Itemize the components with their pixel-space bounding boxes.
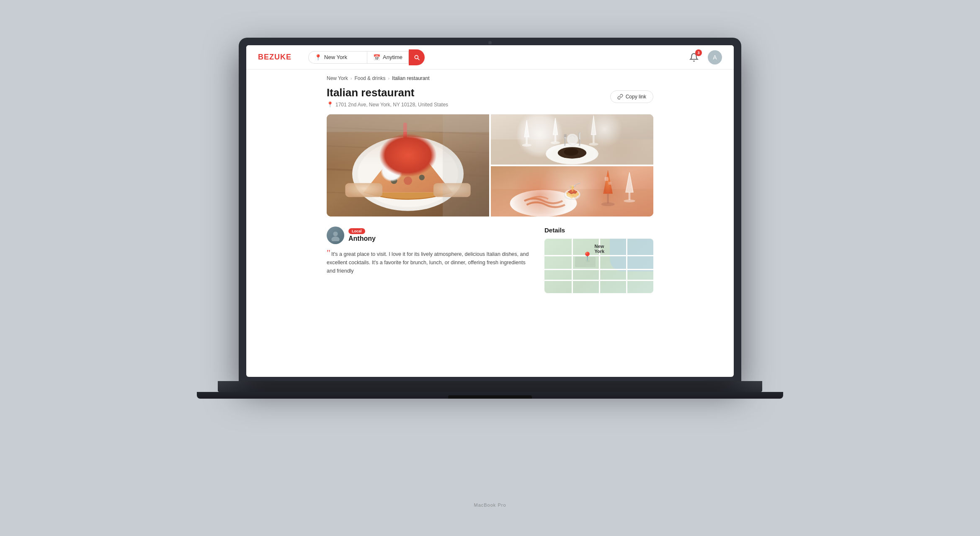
svg-rect-17 — [402, 144, 408, 145]
svg-rect-15 — [433, 183, 471, 197]
page-title: Italian restaurant — [327, 86, 653, 99]
breadcrumb: New York › Food & drinks › Italian resta… — [327, 75, 653, 81]
photo-gallery — [327, 114, 653, 216]
laptop-bottom — [197, 392, 783, 399]
photo-top-right[interactable] — [491, 114, 653, 165]
search-date-field[interactable]: 📅 Anytime — [367, 51, 409, 64]
notifications-button[interactable]: 3 — [687, 50, 701, 64]
svg-rect-16 — [403, 123, 407, 146]
svg-point-33 — [558, 147, 586, 158]
svg-point-27 — [551, 142, 560, 144]
svg-rect-18 — [327, 114, 489, 132]
svg-marker-13 — [364, 137, 452, 192]
nav-icons: 3 A — [687, 50, 722, 64]
map-pin: 📍 — [582, 251, 593, 261]
svg-point-8 — [393, 164, 405, 175]
brand-logo[interactable]: BEZUKE — [258, 53, 291, 62]
svg-marker-22 — [524, 120, 529, 137]
svg-point-9 — [413, 160, 422, 169]
pasta-photo-svg — [491, 166, 653, 216]
svg-point-11 — [391, 178, 397, 184]
svg-point-31 — [546, 143, 598, 164]
quote-mark: " — [327, 247, 330, 258]
svg-point-24 — [522, 144, 531, 147]
reviewer-name-block: Local Anthony — [348, 228, 376, 242]
svg-line-4 — [327, 192, 489, 197]
svg-line-1 — [327, 127, 489, 134]
main-content: New York › Food & drinks › Italian resta… — [246, 70, 734, 377]
svg-rect-19 — [443, 114, 489, 216]
svg-marker-28 — [591, 116, 596, 135]
svg-point-41 — [601, 202, 615, 206]
location-value: New York — [324, 54, 347, 60]
map-road-4 — [572, 239, 573, 293]
app: BEZUKE 📍 New York 📅 Anytime — [246, 45, 734, 377]
svg-rect-40 — [607, 194, 609, 204]
laptop-screen-frame: BEZUKE 📍 New York 📅 Anytime — [239, 38, 741, 381]
svg-line-2 — [327, 146, 489, 153]
photo-main[interactable] — [327, 114, 489, 216]
copy-link-button[interactable]: Copy link — [610, 90, 653, 103]
photo-bottom-right[interactable] — [491, 166, 653, 216]
svg-rect-0 — [327, 114, 489, 216]
svg-rect-29 — [593, 135, 595, 144]
svg-point-12 — [419, 175, 425, 180]
local-badge: Local — [348, 228, 365, 234]
svg-rect-36 — [491, 189, 653, 216]
photo-dining — [491, 114, 653, 165]
svg-point-34 — [564, 148, 578, 156]
reviewer-name: Anthony — [348, 235, 376, 242]
svg-rect-45 — [629, 192, 631, 200]
page-header: Italian restaurant 📍 1701 2nd Ave, New Y… — [327, 86, 653, 108]
breadcrumb-link-city[interactable]: New York — [327, 75, 348, 81]
user-avatar[interactable]: A — [708, 50, 722, 64]
photo-hand-pizza — [327, 114, 489, 216]
avatar-initial: A — [713, 54, 717, 61]
content-inner: New York › Food & drinks › Italian resta… — [318, 70, 662, 306]
reviewer-info: Local Anthony — [327, 227, 534, 244]
details-title: Details — [544, 227, 653, 234]
svg-point-38 — [515, 193, 572, 214]
macbook-label: MacBook Pro — [474, 502, 506, 508]
svg-point-32 — [551, 146, 594, 162]
review-card: Local Anthony "It's a great place to vis… — [327, 227, 534, 293]
map-location-label: New York — [595, 244, 605, 254]
svg-rect-42 — [605, 177, 609, 181]
search-location-field[interactable]: 📍 New York — [308, 51, 367, 64]
svg-point-47 — [333, 232, 338, 236]
map-container[interactable]: 📍 New York — [544, 239, 653, 293]
details-panel: Details — [544, 227, 653, 293]
laptop-trackpad-notch — [448, 395, 532, 399]
svg-rect-26 — [554, 135, 557, 142]
calendar-icon: 📅 — [373, 54, 380, 61]
breadcrumb-link-category[interactable]: Food & drinks — [354, 75, 385, 81]
notification-badge: 3 — [695, 49, 702, 56]
avatar-icon — [330, 229, 341, 241]
svg-rect-23 — [526, 137, 528, 144]
main-photo-svg — [327, 114, 489, 216]
link-icon — [617, 94, 623, 100]
svg-marker-44 — [626, 172, 633, 192]
svg-point-30 — [589, 143, 598, 146]
breadcrumb-sep-2: › — [388, 76, 389, 81]
search-button[interactable] — [409, 49, 425, 65]
dining-photo-svg — [491, 114, 653, 165]
svg-point-5 — [352, 137, 464, 211]
laptop-camera — [488, 41, 492, 44]
map-block-3: 📍 New York — [587, 261, 588, 262]
svg-rect-35 — [491, 166, 653, 216]
copy-link-label: Copy link — [626, 94, 646, 100]
location-pin-icon: 📍 — [315, 54, 322, 61]
page-address: 📍 1701 2nd Ave, New York, NY 10128, Unit… — [327, 101, 653, 108]
svg-rect-14 — [345, 183, 382, 197]
search-icon — [413, 54, 420, 61]
laptop-base: MacBook Pro — [218, 381, 762, 392]
review-text: "It's a great place to visit. I love it … — [327, 248, 534, 275]
svg-point-10 — [404, 177, 412, 185]
reviewer-avatar — [327, 227, 344, 244]
map-block-1: 📍 New York — [575, 257, 596, 267]
svg-point-6 — [358, 140, 458, 207]
date-value: Anytime — [383, 54, 402, 60]
map-road-6 — [626, 239, 627, 293]
svg-rect-21 — [491, 139, 653, 165]
